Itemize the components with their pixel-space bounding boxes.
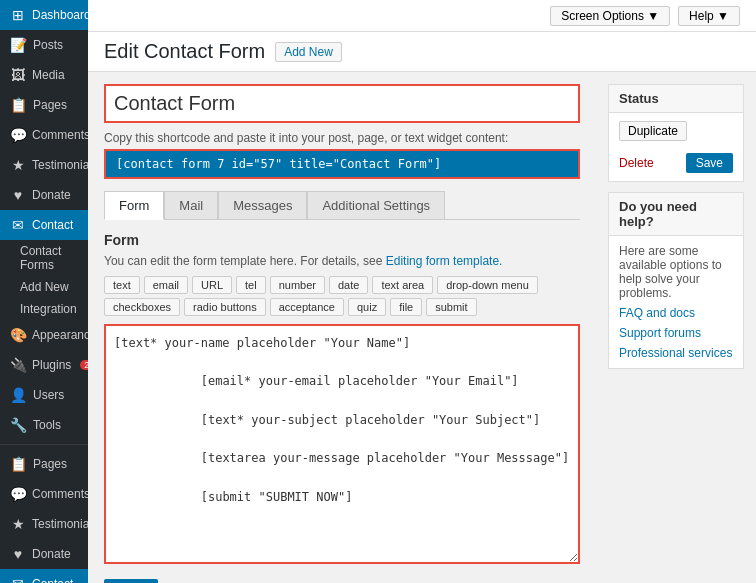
delete-link[interactable]: Delete xyxy=(619,156,654,170)
tools-icon: 🔧 xyxy=(10,417,27,433)
sidebar-item-label: Contact xyxy=(32,577,73,583)
sidebar-subitem-contact-forms[interactable]: Contact Forms xyxy=(0,240,88,276)
form-desc: You can edit the form template here. For… xyxy=(104,254,580,268)
testimonials-icon: ★ xyxy=(10,157,26,173)
sidebar-item-contact[interactable]: ✉ Contact xyxy=(0,210,88,240)
comments2-icon: 💬 xyxy=(10,486,26,502)
appearance-icon: 🎨 xyxy=(10,327,26,343)
help-desc: Here are some available options to help … xyxy=(619,244,722,300)
status-save-button[interactable]: Save xyxy=(686,153,733,173)
tag-button-tel[interactable]: tel xyxy=(236,276,266,294)
posts-icon: 📝 xyxy=(10,37,27,53)
contact-icon: ✉ xyxy=(10,217,26,233)
sidebar-item-donate[interactable]: ♥ Donate xyxy=(0,180,88,210)
users-icon: 👤 xyxy=(10,387,27,403)
help-box: Do you need help? Here are some availabl… xyxy=(608,192,744,369)
tag-button-file[interactable]: file xyxy=(390,298,422,316)
tag-button-quiz[interactable]: quiz xyxy=(348,298,386,316)
sidebar-item-label: Posts xyxy=(33,38,63,52)
comments-icon: 💬 xyxy=(10,127,26,143)
main-content: Copy this shortcode and paste it into yo… xyxy=(88,72,596,583)
save-button[interactable]: Save xyxy=(104,579,158,583)
page-header: Edit Contact Form Add New xyxy=(88,32,756,72)
status-header: Status xyxy=(609,85,743,113)
sidebar-item-label: Plugins xyxy=(32,358,71,372)
donate-icon: ♥ xyxy=(10,187,26,203)
tag-button-text-area[interactable]: text area xyxy=(372,276,433,294)
tag-button-text[interactable]: text xyxy=(104,276,140,294)
tag-button-acceptance[interactable]: acceptance xyxy=(270,298,344,316)
sidebar-item-users[interactable]: 👤 Users xyxy=(0,380,88,410)
form-section-title: Form xyxy=(104,232,580,248)
editing-form-template-link[interactable]: Editing form template. xyxy=(386,254,503,268)
sidebar-item-pages2[interactable]: 📋 Pages xyxy=(0,449,88,479)
tab-mail[interactable]: Mail xyxy=(164,191,218,219)
add-new-sub-label: Add New xyxy=(20,280,69,294)
sidebar-subitem-add-new[interactable]: Add New xyxy=(0,276,88,298)
sidebar-item-label: Users xyxy=(33,388,64,402)
sidebar-right: Status Duplicate Delete Save Do you need… xyxy=(596,72,756,583)
page-title: Edit Contact Form xyxy=(104,40,265,63)
main-area: Screen Options ▼ Help ▼ Edit Contact For… xyxy=(88,0,756,583)
help-link-forums[interactable]: Support forums xyxy=(619,326,733,340)
dashboard-icon: ⊞ xyxy=(10,7,26,23)
sidebar-item-label: Donate xyxy=(32,188,71,202)
help-body: Here are some available options to help … xyxy=(609,236,743,368)
sidebar-item-testimonials2[interactable]: ★ Testimonials xyxy=(0,509,88,539)
tag-button-submit[interactable]: submit xyxy=(426,298,476,316)
tabs: Form Mail Messages Additional Settings xyxy=(104,191,580,220)
form-title-input[interactable] xyxy=(104,84,580,123)
add-new-button[interactable]: Add New xyxy=(275,42,342,62)
help-link-professional[interactable]: Professional services xyxy=(619,346,733,360)
form-section: Form You can edit the form template here… xyxy=(104,232,580,567)
sidebar-item-contact2[interactable]: ✉ Contact xyxy=(0,569,88,583)
tab-messages[interactable]: Messages xyxy=(218,191,307,219)
shortcode-label: Copy this shortcode and paste it into yo… xyxy=(104,131,580,145)
sidebar-item-label: Comments xyxy=(32,128,88,142)
status-actions: Delete Save xyxy=(609,149,743,181)
status-box: Status Duplicate Delete Save xyxy=(608,84,744,182)
tag-button-url[interactable]: URL xyxy=(192,276,232,294)
screen-options-button[interactable]: Screen Options ▼ xyxy=(550,6,670,26)
tag-button-checkboxes[interactable]: checkboxes xyxy=(104,298,180,316)
sidebar-item-label: Media xyxy=(32,68,65,82)
sidebar-item-posts[interactable]: 📝 Posts xyxy=(0,30,88,60)
shortcode-box: [contact form 7 id="57" title="Contact F… xyxy=(104,149,580,179)
sidebar-item-dashboard[interactable]: ⊞ Dashboard xyxy=(0,0,88,30)
tab-form[interactable]: Form xyxy=(104,191,164,220)
sidebar-subitem-integration[interactable]: Integration xyxy=(0,298,88,320)
tag-button-drop-down-menu[interactable]: drop-down menu xyxy=(437,276,538,294)
topbar-right: Screen Options ▼ Help ▼ xyxy=(550,6,740,26)
sidebar-item-pages[interactable]: 📋 Pages xyxy=(0,90,88,120)
tab-additional-settings[interactable]: Additional Settings xyxy=(307,191,445,219)
form-code-editor[interactable]: [text* your-name placeholder "Your Name"… xyxy=(104,324,580,564)
media-icon: 🖼 xyxy=(10,67,26,83)
duplicate-button[interactable]: Duplicate xyxy=(619,121,687,141)
tag-button-radio-buttons[interactable]: radio buttons xyxy=(184,298,266,316)
sidebar-item-donate2[interactable]: ♥ Donate xyxy=(0,539,88,569)
sidebar-item-plugins[interactable]: 🔌 Plugins 2 xyxy=(0,350,88,380)
help-link-faq[interactable]: FAQ and docs xyxy=(619,306,733,320)
tag-button-number[interactable]: number xyxy=(270,276,325,294)
status-body: Duplicate xyxy=(609,113,743,149)
help-header: Do you need help? xyxy=(609,193,743,236)
sidebar-item-tools[interactable]: 🔧 Tools xyxy=(0,410,88,440)
tag-buttons: textemailURLtelnumberdatetext areadrop-d… xyxy=(104,276,580,316)
sidebar-item-label: Tools xyxy=(33,418,61,432)
plugins-badge: 2 xyxy=(80,360,88,370)
contact-forms-label: Contact Forms xyxy=(20,244,61,272)
contact2-icon: ✉ xyxy=(10,576,26,583)
testimonials2-icon: ★ xyxy=(10,516,26,532)
sidebar-item-label: Comments xyxy=(32,487,88,501)
sidebar-item-comments[interactable]: 💬 Comments xyxy=(0,120,88,150)
sidebar-item-testimonials[interactable]: ★ Testimonials xyxy=(0,150,88,180)
integration-label: Integration xyxy=(20,302,77,316)
tag-button-date[interactable]: date xyxy=(329,276,368,294)
tag-button-email[interactable]: email xyxy=(144,276,188,294)
sidebar-item-media[interactable]: 🖼 Media xyxy=(0,60,88,90)
sidebar-item-appearance[interactable]: 🎨 Appearance xyxy=(0,320,88,350)
sidebar-item-comments2[interactable]: 💬 Comments xyxy=(0,479,88,509)
app-layout: ⊞ Dashboard 📝 Posts 🖼 Media 📋 Pages 💬 Co… xyxy=(0,0,756,583)
help-button[interactable]: Help ▼ xyxy=(678,6,740,26)
sidebar-item-label: Testimonials xyxy=(32,517,88,531)
